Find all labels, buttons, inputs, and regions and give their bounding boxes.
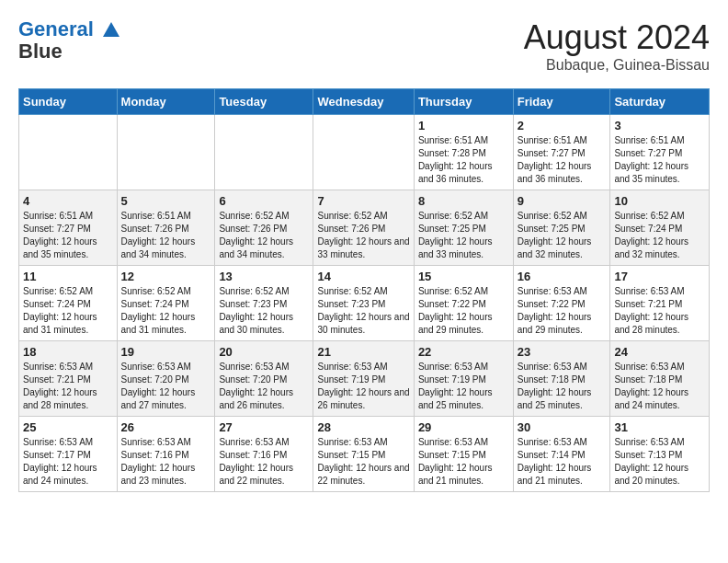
weekday-tuesday: Tuesday (215, 89, 313, 115)
day-number: 26 (121, 420, 211, 434)
calendar-cell: 31Sunrise: 6:53 AMSunset: 7:13 PMDayligh… (610, 417, 710, 492)
calendar-cell: 5Sunrise: 6:51 AMSunset: 7:26 PMDaylight… (117, 190, 215, 266)
day-info: Sunrise: 6:53 AMSunset: 7:17 PMDaylight:… (23, 436, 113, 488)
day-number: 21 (317, 345, 409, 359)
day-number: 25 (23, 420, 113, 434)
calendar-cell: 12Sunrise: 6:52 AMSunset: 7:24 PMDayligh… (117, 266, 215, 341)
calendar-body: 1Sunrise: 6:51 AMSunset: 7:28 PMDaylight… (19, 115, 710, 492)
calendar-week-3: 11Sunrise: 6:52 AMSunset: 7:24 PMDayligh… (19, 266, 710, 341)
calendar-cell: 14Sunrise: 6:52 AMSunset: 7:23 PMDayligh… (313, 266, 414, 341)
day-number: 5 (121, 194, 211, 208)
day-info: Sunrise: 6:53 AMSunset: 7:15 PMDaylight:… (317, 436, 409, 488)
day-number: 20 (219, 345, 309, 359)
day-info: Sunrise: 6:52 AMSunset: 7:23 PMDaylight:… (219, 285, 309, 337)
day-number: 17 (614, 270, 705, 283)
calendar-cell: 6Sunrise: 6:52 AMSunset: 7:26 PMDaylight… (215, 190, 313, 266)
day-number: 11 (23, 270, 113, 283)
day-number: 16 (518, 270, 607, 283)
day-info: Sunrise: 6:51 AMSunset: 7:26 PMDaylight:… (121, 210, 211, 261)
calendar-week-5: 25Sunrise: 6:53 AMSunset: 7:17 PMDayligh… (19, 417, 710, 492)
calendar-week-4: 18Sunrise: 6:53 AMSunset: 7:21 PMDayligh… (19, 341, 710, 417)
day-number: 14 (317, 270, 409, 283)
day-number: 22 (418, 345, 509, 359)
day-number: 19 (121, 345, 211, 359)
day-info: Sunrise: 6:52 AMSunset: 7:26 PMDaylight:… (219, 210, 309, 261)
logo-icon (101, 20, 121, 40)
calendar-cell: 22Sunrise: 6:53 AMSunset: 7:19 PMDayligh… (414, 341, 513, 417)
day-number: 12 (121, 270, 211, 283)
day-info: Sunrise: 6:53 AMSunset: 7:21 PMDaylight:… (614, 285, 705, 337)
day-info: Sunrise: 6:53 AMSunset: 7:19 PMDaylight:… (317, 361, 409, 412)
day-number: 8 (418, 194, 509, 208)
calendar-cell: 28Sunrise: 6:53 AMSunset: 7:15 PMDayligh… (313, 417, 414, 492)
weekday-sunday: Sunday (19, 89, 118, 115)
location-subtitle: Bubaque, Guinea-Bissau (524, 57, 710, 74)
day-number: 6 (219, 194, 309, 208)
day-number: 18 (23, 345, 113, 359)
svg-marker-0 (103, 22, 119, 37)
logo-general: General (18, 17, 94, 40)
day-number: 13 (219, 270, 309, 283)
day-info: Sunrise: 6:53 AMSunset: 7:18 PMDaylight:… (518, 361, 607, 412)
day-number: 15 (418, 270, 509, 283)
day-info: Sunrise: 6:53 AMSunset: 7:20 PMDaylight:… (219, 361, 309, 412)
calendar-cell: 30Sunrise: 6:53 AMSunset: 7:14 PMDayligh… (513, 417, 610, 492)
day-number: 24 (614, 345, 705, 359)
day-number: 7 (317, 194, 409, 208)
weekday-monday: Monday (117, 89, 215, 115)
day-info: Sunrise: 6:51 AMSunset: 7:27 PMDaylight:… (614, 134, 705, 186)
calendar-cell: 10Sunrise: 6:52 AMSunset: 7:24 PMDayligh… (610, 190, 710, 266)
day-number: 29 (418, 420, 509, 434)
day-info: Sunrise: 6:52 AMSunset: 7:22 PMDaylight:… (418, 285, 509, 337)
calendar-cell (215, 115, 313, 190)
weekday-header-row: SundayMondayTuesdayWednesdayThursdayFrid… (19, 89, 710, 115)
day-info: Sunrise: 6:53 AMSunset: 7:13 PMDaylight:… (614, 436, 705, 488)
day-number: 9 (518, 194, 607, 208)
calendar-cell: 2Sunrise: 6:51 AMSunset: 7:27 PMDaylight… (513, 115, 610, 190)
day-info: Sunrise: 6:53 AMSunset: 7:16 PMDaylight:… (121, 436, 211, 488)
calendar-cell: 26Sunrise: 6:53 AMSunset: 7:16 PMDayligh… (117, 417, 215, 492)
calendar-cell: 8Sunrise: 6:52 AMSunset: 7:25 PMDaylight… (414, 190, 513, 266)
day-number: 3 (614, 119, 705, 132)
calendar-cell (117, 115, 215, 190)
calendar-cell: 13Sunrise: 6:52 AMSunset: 7:23 PMDayligh… (215, 266, 313, 341)
day-info: Sunrise: 6:52 AMSunset: 7:25 PMDaylight:… (518, 210, 607, 261)
day-info: Sunrise: 6:53 AMSunset: 7:16 PMDaylight:… (219, 436, 309, 488)
calendar-week-1: 1Sunrise: 6:51 AMSunset: 7:28 PMDaylight… (19, 115, 710, 190)
day-info: Sunrise: 6:53 AMSunset: 7:22 PMDaylight:… (518, 285, 607, 337)
day-info: Sunrise: 6:52 AMSunset: 7:24 PMDaylight:… (23, 285, 113, 337)
calendar-cell: 7Sunrise: 6:52 AMSunset: 7:26 PMDaylight… (313, 190, 414, 266)
calendar-cell: 21Sunrise: 6:53 AMSunset: 7:19 PMDayligh… (313, 341, 414, 417)
day-info: Sunrise: 6:53 AMSunset: 7:19 PMDaylight:… (418, 361, 509, 412)
day-info: Sunrise: 6:52 AMSunset: 7:25 PMDaylight:… (418, 210, 509, 261)
weekday-friday: Friday (513, 89, 610, 115)
calendar-cell: 27Sunrise: 6:53 AMSunset: 7:16 PMDayligh… (215, 417, 313, 492)
day-info: Sunrise: 6:53 AMSunset: 7:20 PMDaylight:… (121, 361, 211, 412)
calendar-cell: 23Sunrise: 6:53 AMSunset: 7:18 PMDayligh… (513, 341, 610, 417)
day-number: 30 (518, 420, 607, 434)
calendar-cell: 4Sunrise: 6:51 AMSunset: 7:27 PMDaylight… (19, 190, 118, 266)
day-info: Sunrise: 6:53 AMSunset: 7:15 PMDaylight:… (418, 436, 509, 488)
day-number: 2 (518, 119, 607, 132)
day-info: Sunrise: 6:53 AMSunset: 7:14 PMDaylight:… (518, 436, 607, 488)
calendar-cell: 11Sunrise: 6:52 AMSunset: 7:24 PMDayligh… (19, 266, 118, 341)
day-info: Sunrise: 6:52 AMSunset: 7:26 PMDaylight:… (317, 210, 409, 261)
logo-blue: Blue (18, 40, 121, 63)
calendar-cell: 29Sunrise: 6:53 AMSunset: 7:15 PMDayligh… (414, 417, 513, 492)
day-info: Sunrise: 6:52 AMSunset: 7:23 PMDaylight:… (317, 285, 409, 337)
day-number: 28 (317, 420, 409, 434)
day-info: Sunrise: 6:51 AMSunset: 7:27 PMDaylight:… (23, 210, 113, 261)
month-year-title: August 2024 (524, 18, 710, 57)
day-number: 1 (418, 119, 509, 132)
day-number: 10 (614, 194, 705, 208)
day-info: Sunrise: 6:53 AMSunset: 7:21 PMDaylight:… (23, 361, 113, 412)
title-block: August 2024 Bubaque, Guinea-Bissau (524, 18, 710, 74)
calendar-cell: 16Sunrise: 6:53 AMSunset: 7:22 PMDayligh… (513, 266, 610, 341)
day-info: Sunrise: 6:53 AMSunset: 7:18 PMDaylight:… (614, 361, 705, 412)
calendar-cell: 3Sunrise: 6:51 AMSunset: 7:27 PMDaylight… (610, 115, 710, 190)
calendar-cell: 1Sunrise: 6:51 AMSunset: 7:28 PMDaylight… (414, 115, 513, 190)
day-info: Sunrise: 6:52 AMSunset: 7:24 PMDaylight:… (121, 285, 211, 337)
logo: General Blue (18, 18, 121, 63)
calendar-table: SundayMondayTuesdayWednesdayThursdayFrid… (18, 88, 710, 492)
calendar-cell: 25Sunrise: 6:53 AMSunset: 7:17 PMDayligh… (19, 417, 118, 492)
